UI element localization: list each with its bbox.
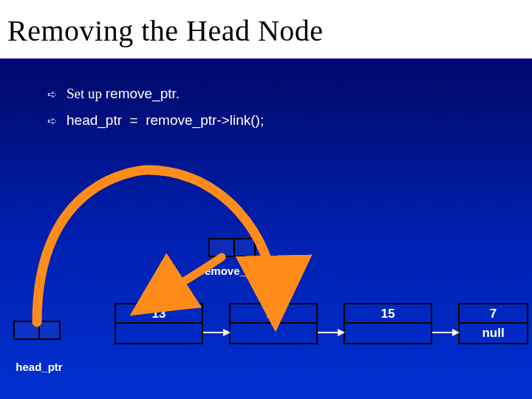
node-3-value: 15 xyxy=(345,304,431,324)
node-1: 13 xyxy=(115,303,203,344)
title-text: Removing the Head Node xyxy=(7,14,324,47)
head-ptr-box xyxy=(13,321,61,340)
node-4: 7 null xyxy=(458,303,528,344)
node-2: 10 xyxy=(229,303,318,344)
node-3: 15 xyxy=(344,303,432,344)
slide-title: Removing the Head Node xyxy=(0,0,532,58)
removeptr-arrow-icon xyxy=(151,257,222,301)
bullet-2-code: head_ptr = remove_ptr->link(); xyxy=(66,107,264,134)
bullet-2: ➪ head_ptr = remove_ptr->link(); xyxy=(47,107,502,134)
ptrvar-divider xyxy=(233,239,235,256)
bullet-1-code: remove_ptr. xyxy=(106,86,180,101)
node-4-value: 7 xyxy=(460,304,527,324)
node-3-next xyxy=(345,324,431,343)
diagram-area: remove_ptr head_ptr 13 10 15 7 null xyxy=(0,148,532,392)
bullet-1-text: Set up remove_ptr. xyxy=(66,81,180,107)
bullet-1: ➪ Set up remove_ptr. xyxy=(47,81,502,107)
head-ptr-label: head_ptr xyxy=(6,361,72,373)
pointing-right-icon: ➪ xyxy=(47,83,61,106)
node-1-value: 13 xyxy=(116,304,202,324)
remove-ptr-box xyxy=(208,238,256,257)
node-2-value: 10 xyxy=(231,304,316,324)
ptrvar-divider xyxy=(38,322,40,338)
bullet-1-prefix: Set up xyxy=(66,86,106,101)
title-underline xyxy=(0,58,532,64)
node-2-next xyxy=(231,324,316,343)
node-4-next: null xyxy=(460,324,527,343)
remove-ptr-label: remove_ptr xyxy=(186,265,275,277)
bullet-list: ➪ Set up remove_ptr. ➪ head_ptr = remove… xyxy=(0,64,532,134)
node-1-next xyxy=(116,324,202,343)
pointing-right-icon: ➪ xyxy=(47,110,61,132)
